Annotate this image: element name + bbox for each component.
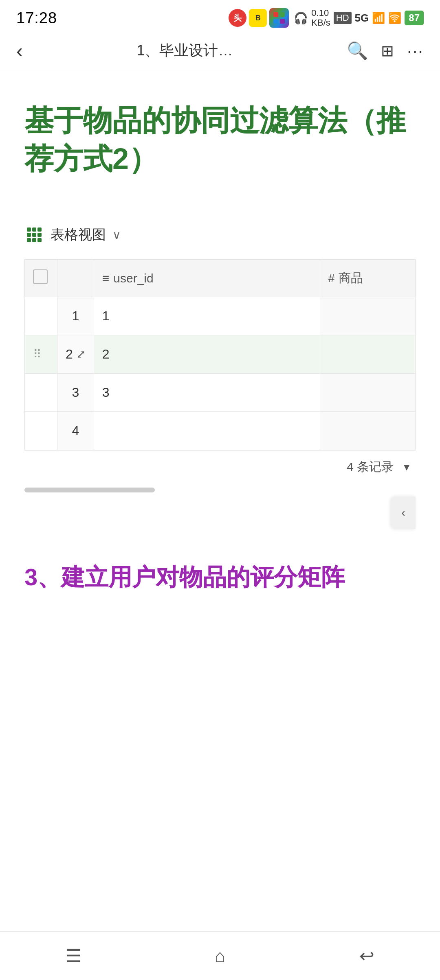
home-icon: ⌂ xyxy=(215,946,226,966)
toutiao-icon: 头 xyxy=(229,9,246,27)
text-column-icon: ≡ xyxy=(102,271,110,285)
horizontal-scrollbar[interactable] xyxy=(24,488,155,492)
td-product-4 xyxy=(320,412,415,450)
svg-rect-2 xyxy=(273,19,278,24)
filter-icon[interactable]: ⊞ xyxy=(381,42,394,60)
table-footer: 4 条记录 ▼ xyxy=(24,450,416,483)
row-actions-2: ⠿ xyxy=(33,348,49,361)
nav-actions: 🔍 ⊞ ··· xyxy=(347,41,424,61)
status-right: 头 B 🎧 0.10KB/s HD 5G 📶 🛜 87 xyxy=(225,8,424,28)
records-count: 4 条记录 xyxy=(347,459,394,475)
bottom-home-button[interactable]: ⌂ xyxy=(147,946,293,966)
drag-handle-icon[interactable]: ⠿ xyxy=(33,348,42,361)
td-rownum-3: 3 xyxy=(57,374,94,412)
th-product[interactable]: # 商品 xyxy=(320,260,415,297)
td-rownum-2: 2 ⤢ xyxy=(57,335,94,374)
table-row: 1 1 xyxy=(25,297,416,335)
back-nav-icon: ↩ xyxy=(359,945,374,966)
chevron-down-icon[interactable]: ∨ xyxy=(112,228,121,242)
td-rownum-1: 1 xyxy=(57,297,94,335)
bottom-nav: ☰ ⌂ ↩ xyxy=(0,931,440,980)
th-checkbox[interactable] xyxy=(25,260,57,297)
multi-icon xyxy=(269,8,289,28)
more-icon[interactable]: ··· xyxy=(407,41,424,61)
th-user-id[interactable]: ≡ user_id xyxy=(94,260,320,297)
td-checkbox-3[interactable] xyxy=(25,374,57,412)
bottom-back-button[interactable]: ↩ xyxy=(293,945,440,966)
table-row: 3 3 xyxy=(25,374,416,412)
battery-indicator: 87 xyxy=(405,11,424,25)
td-product-3 xyxy=(320,374,415,412)
td-userid-3[interactable]: 3 xyxy=(94,374,320,412)
nav-title: 1、毕业设计… xyxy=(23,41,347,61)
svg-rect-0 xyxy=(273,12,278,17)
table-row: 4 xyxy=(25,412,416,450)
hd-badge: HD xyxy=(334,12,352,24)
nav-bar: ‹ 1、毕业设计… 🔍 ⊞ ··· xyxy=(0,33,440,69)
td-product-2 xyxy=(320,335,415,374)
boss-icon: B xyxy=(249,9,267,27)
expand-icon[interactable]: ⤢ xyxy=(76,348,86,361)
bottom-menu-button[interactable]: ☰ xyxy=(0,945,147,966)
td-userid-2[interactable]: 2 xyxy=(94,335,320,374)
menu-icon: ☰ xyxy=(66,945,81,966)
table-view-header[interactable]: 表格视图 ∨ xyxy=(24,219,416,251)
td-checkbox-4[interactable] xyxy=(25,412,57,450)
svg-rect-3 xyxy=(280,19,285,24)
user-id-label: user_id xyxy=(113,271,153,285)
data-table: ≡ user_id # 商品 1 xyxy=(24,259,416,450)
doc-title: 基于物品的协同过滤算法（推荐方式2） xyxy=(24,69,416,202)
search-icon[interactable]: 🔍 xyxy=(347,41,368,61)
signal-bars: 📶 xyxy=(372,12,385,24)
status-time: 17:28 xyxy=(16,9,57,27)
main-content: 基于物品的协同过滤算法（推荐方式2） 表格视图 ∨ xyxy=(0,69,440,609)
td-userid-1[interactable]: 1 xyxy=(94,297,320,335)
headphone-icon: 🎧 xyxy=(294,11,308,25)
nav-left: ‹ xyxy=(16,41,23,61)
td-rownum-4: 4 xyxy=(57,412,94,450)
app-icons: 头 B xyxy=(229,8,289,28)
td-checkbox-2[interactable]: ⠿ xyxy=(25,335,57,374)
td-product-1 xyxy=(320,297,415,335)
section-title-3: 3、建立用户对物品的评分矩阵 xyxy=(24,529,416,608)
wifi-icon: 🛜 xyxy=(388,12,401,24)
header-checkbox[interactable] xyxy=(33,269,48,284)
table-view-icon xyxy=(24,225,44,245)
product-label: 商品 xyxy=(339,270,363,287)
td-checkbox-1[interactable] xyxy=(25,297,57,335)
collapse-button[interactable]: ‹ xyxy=(391,497,416,529)
table-row: ⠿ 2 ⤢ 2 xyxy=(25,335,416,374)
records-dropdown-icon[interactable]: ▼ xyxy=(402,462,411,473)
th-rownum xyxy=(57,260,94,297)
status-bar: 17:28 头 B 🎧 0.10KB/s HD 5G 📶 🛜 87 xyxy=(0,0,440,33)
svg-rect-1 xyxy=(280,12,285,17)
data-speed: 0.10KB/s xyxy=(311,8,330,28)
network-5g: 5G xyxy=(355,12,369,24)
collapse-area: ‹ xyxy=(24,497,416,529)
scroll-bar-container xyxy=(24,483,416,497)
td-userid-4[interactable] xyxy=(94,412,320,450)
row-num-2: 2 xyxy=(66,347,73,362)
table-section: 表格视图 ∨ ≡ user_id xyxy=(24,219,416,529)
status-icons: 🎧 0.10KB/s HD 5G 📶 🛜 87 xyxy=(294,8,424,28)
number-column-icon: # xyxy=(328,272,335,285)
table-view-label: 表格视图 xyxy=(51,225,106,244)
table-header-row: ≡ user_id # 商品 xyxy=(25,260,416,297)
back-button[interactable]: ‹ xyxy=(16,41,23,61)
